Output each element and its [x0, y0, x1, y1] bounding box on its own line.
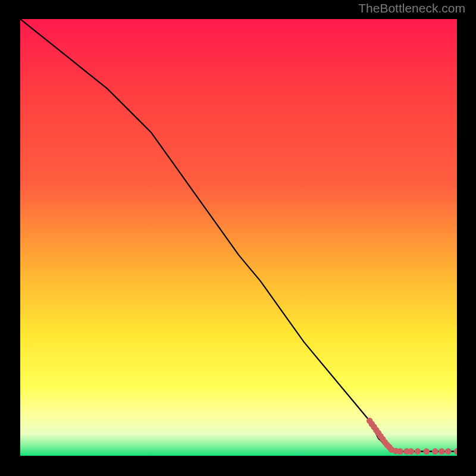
highlight-marker — [432, 448, 439, 455]
highlight-marker — [439, 448, 445, 455]
highlight-marker — [445, 448, 452, 455]
highlight-marker — [397, 448, 403, 455]
chart-svg — [20, 19, 457, 456]
chart-stage: TheBottleneck.com — [0, 0, 476, 476]
gradient-background — [20, 19, 457, 456]
highlight-marker — [415, 448, 421, 455]
attribution-label: TheBottleneck.com — [358, 1, 465, 15]
highlight-marker — [423, 448, 430, 455]
plot-area — [20, 19, 457, 456]
highlight-marker — [408, 448, 415, 455]
